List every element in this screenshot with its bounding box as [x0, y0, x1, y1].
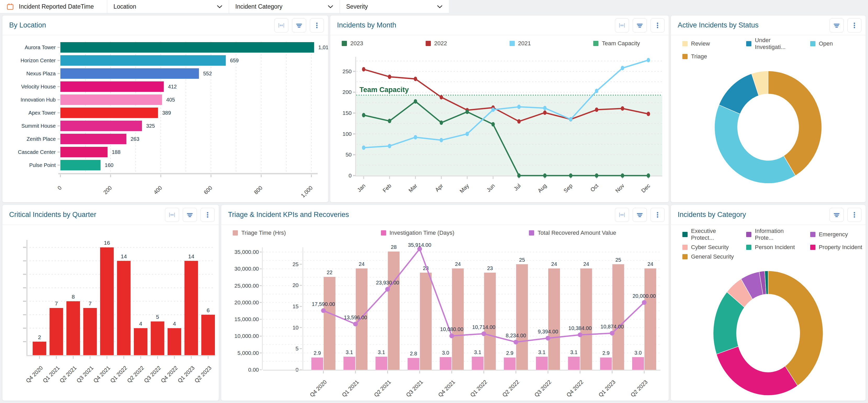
- legend-item[interactable]: Total Recovered Amount Value: [519, 228, 667, 238]
- svg-text:May: May: [459, 182, 470, 194]
- svg-text:Q2 2021: Q2 2021: [59, 365, 78, 384]
- legend-item[interactable]: 2021: [500, 39, 584, 48]
- legend-item[interactable]: Executive Protect...: [673, 226, 736, 242]
- more-options-button[interactable]: [847, 18, 862, 32]
- chart-legend: Executive Protect...Information Prote...…: [671, 225, 866, 263]
- more-options-button[interactable]: [310, 18, 324, 32]
- svg-text:800: 800: [253, 185, 264, 196]
- legend-label: Information Prote...: [755, 228, 800, 241]
- fit-width-button[interactable]: [274, 18, 288, 32]
- incidents-by-category-canvas[interactable]: [671, 263, 866, 401]
- critical-incidents-by-quarter-chart[interactable]: 2Q4 20207Q1 20218Q2 20217Q3 202116Q4 202…: [2, 225, 219, 401]
- panel-critical-incidents-by-quarter: Critical Incidents by Quarter 2Q4 20207Q…: [2, 205, 219, 401]
- panel-header: Incidents by Month: [330, 16, 669, 35]
- legend-swatch: [233, 230, 238, 235]
- active-incidents-by-status-chart[interactable]: ReviewUnder Investigati...OpenTriage: [671, 35, 866, 202]
- kebab-menu-icon: [654, 22, 661, 29]
- more-options-button[interactable]: [650, 208, 664, 222]
- filter-dropdown-incident-category[interactable]: Incident Category: [229, 0, 340, 13]
- legend-item[interactable]: Open: [800, 36, 864, 52]
- legend-label: Team Capacity: [602, 40, 640, 47]
- panel-header: Incidents by Category: [671, 205, 866, 225]
- legend-item[interactable]: Triage: [673, 52, 736, 61]
- svg-text:412: 412: [168, 84, 177, 89]
- filter-icon: [637, 211, 643, 218]
- incidents-by-month-chart[interactable]: 202320222021Team Capacity050100150200250…: [330, 35, 669, 202]
- panel-active-incidents-by-status: Active Incidents by Status ReviewUnder I…: [671, 15, 866, 203]
- svg-text:188: 188: [112, 149, 120, 155]
- more-options-button[interactable]: [650, 18, 664, 32]
- legend-item[interactable]: 2023: [332, 39, 416, 48]
- fit-width-button[interactable]: [615, 208, 629, 222]
- svg-text:400: 400: [152, 185, 163, 196]
- incidents-by-category-chart[interactable]: Executive Protect...Information Prote...…: [671, 225, 866, 401]
- more-options-button[interactable]: [847, 208, 862, 222]
- legend-item[interactable]: 2022: [416, 39, 500, 48]
- active-incidents-by-status-canvas[interactable]: [671, 61, 866, 203]
- panel-toolbar: [274, 18, 324, 32]
- by-location-chart[interactable]: 02004006008001,000Aurora Tower1,011Horiz…: [2, 35, 328, 202]
- legend-swatch: [682, 41, 688, 46]
- legend-label: 2023: [350, 40, 363, 47]
- critical-incidents-by-quarter-canvas[interactable]: 2Q4 20207Q1 20218Q2 20217Q3 202116Q4 202…: [2, 225, 219, 401]
- svg-text:3.1: 3.1: [538, 349, 546, 355]
- legend-item[interactable]: Information Prote...: [736, 226, 800, 242]
- filter-incident-reported-datetime[interactable]: Incident Reported DateTime: [0, 0, 107, 13]
- svg-text:16: 16: [104, 240, 110, 246]
- triage-incident-kpis-canvas[interactable]: 0.005,000.0010,000.0015,000.0020,000.002…: [221, 241, 669, 401]
- legend-item[interactable]: General Security: [673, 252, 736, 261]
- chevron-down-icon: [437, 5, 443, 8]
- filter-date-label: Incident Reported DateTime: [19, 3, 94, 10]
- fit-width-icon: [619, 211, 625, 218]
- panel-header: Active Incidents by Status: [671, 16, 866, 35]
- svg-text:2.9: 2.9: [314, 350, 321, 356]
- svg-text:3.0: 3.0: [634, 350, 642, 356]
- svg-text:Mar: Mar: [407, 183, 418, 194]
- filter-button[interactable]: [633, 208, 647, 222]
- svg-text:Q1 2021: Q1 2021: [341, 379, 360, 398]
- legend-item[interactable]: Team Capacity: [583, 39, 667, 48]
- legend-item[interactable]: Review: [673, 36, 736, 52]
- fit-width-button[interactable]: [615, 18, 629, 32]
- more-options-button[interactable]: [200, 208, 215, 222]
- svg-text:Q1 2023: Q1 2023: [177, 365, 195, 384]
- legend-label: Triage Time (Hrs): [241, 230, 286, 236]
- svg-text:Sep: Sep: [562, 183, 574, 194]
- panel-title: By Location: [9, 21, 274, 29]
- filter-dropdown-location[interactable]: Location: [107, 0, 229, 13]
- by-location-canvas[interactable]: 02004006008001,000Aurora Tower1,011Horiz…: [2, 35, 328, 203]
- svg-text:5,000.00: 5,000.00: [238, 350, 259, 356]
- filter-button[interactable]: [830, 18, 844, 32]
- legend-item[interactable]: Emergency: [800, 226, 864, 242]
- svg-text:0: 0: [56, 185, 63, 191]
- svg-text:Q2 2022: Q2 2022: [126, 365, 145, 384]
- legend-item[interactable]: Under Investigati...: [736, 36, 800, 52]
- legend-item[interactable]: Investigation Time (Days): [371, 228, 519, 238]
- svg-text:8,234.00: 8,234.00: [506, 333, 526, 338]
- svg-text:7: 7: [89, 300, 92, 307]
- legend-item[interactable]: Triage Time (Hrs): [223, 228, 371, 238]
- svg-text:13,596.00: 13,596.00: [344, 315, 367, 320]
- legend-item[interactable]: Property Incident: [800, 242, 864, 252]
- svg-text:2.9: 2.9: [602, 350, 610, 356]
- incidents-by-month-canvas[interactable]: 050100150200250JanFebMarAprMayJunJulAugS…: [330, 52, 669, 203]
- filter-button[interactable]: [292, 18, 306, 32]
- filter-button[interactable]: [633, 18, 647, 32]
- legend-item[interactable]: Person Incident: [736, 242, 800, 252]
- legend-swatch: [682, 245, 688, 250]
- panel-toolbar: [830, 208, 862, 222]
- filter-button[interactable]: [183, 208, 197, 222]
- filter-button[interactable]: [830, 208, 844, 222]
- svg-text:Q1 2022: Q1 2022: [469, 379, 488, 398]
- legend-item[interactable]: Cyber Security: [673, 242, 736, 252]
- fit-width-button[interactable]: [165, 208, 179, 222]
- svg-text:Q4 2022: Q4 2022: [565, 379, 584, 398]
- svg-text:23: 23: [487, 265, 493, 271]
- filter-dropdown-severity[interactable]: Severity: [340, 0, 449, 13]
- svg-text:25: 25: [519, 257, 525, 263]
- legend-swatch: [810, 41, 815, 46]
- svg-text:10,080.00: 10,080.00: [440, 326, 463, 332]
- svg-text:24: 24: [455, 261, 461, 267]
- svg-text:23,930.00: 23,930.00: [376, 280, 399, 286]
- triage-incident-kpis-chart[interactable]: Triage Time (Hrs)Investigation Time (Day…: [221, 225, 669, 401]
